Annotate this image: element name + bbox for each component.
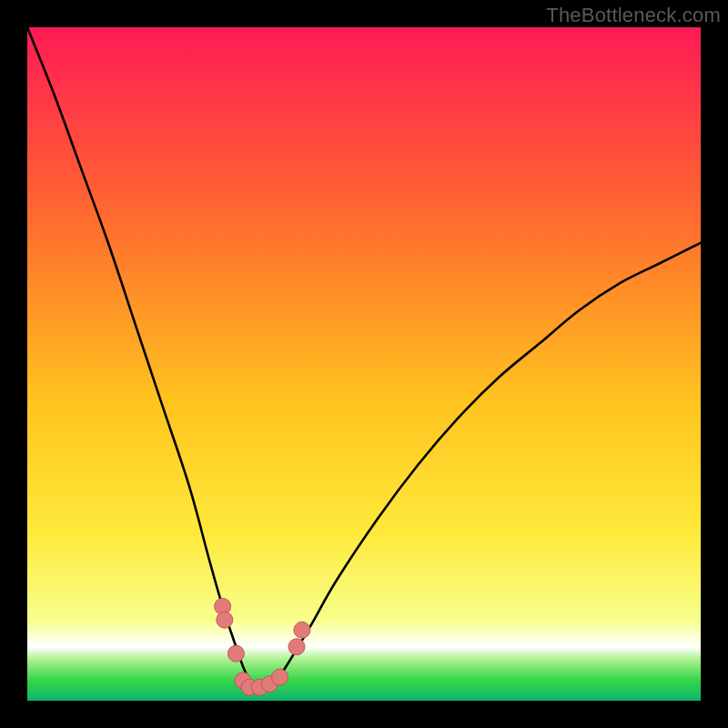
attribution-text: TheBottleneck.com [546, 4, 721, 27]
gradient-background [27, 27, 701, 701]
curve-marker [228, 645, 244, 662]
chart-frame: TheBottleneck.com [0, 0, 728, 728]
curve-marker [294, 622, 310, 638]
plot-area [27, 27, 701, 701]
curve-marker [217, 612, 233, 628]
curve-marker [288, 639, 305, 655]
curve-marker [272, 669, 288, 685]
chart-svg [27, 27, 701, 701]
